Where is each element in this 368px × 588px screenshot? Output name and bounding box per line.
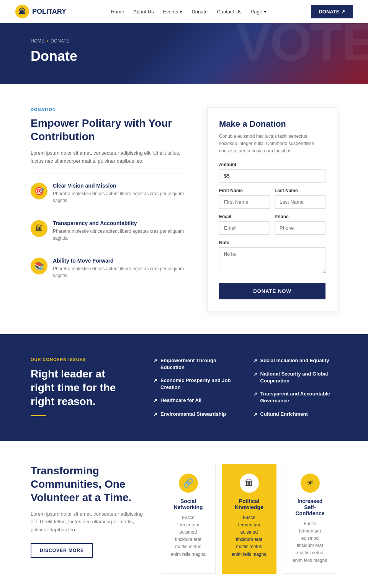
donation-description: Lorem ipsum dolor sit amet, consectetur … <box>31 149 184 165</box>
concerns-line <box>31 415 46 416</box>
first-name-group: First Name <box>219 188 270 209</box>
vol-card-political-desc: Fusce fermentum euismod tincidunt erat m… <box>231 514 267 558</box>
breadcrumb-current: DONATE <box>51 38 69 44</box>
feature-vision-text: Clear Vision and Mission Pharetra molest… <box>53 183 184 212</box>
vol-card-political: 🏛 Political Knowledge Fusce fermentum eu… <box>222 464 276 574</box>
concern-economy-text: Economic Prosperity and Job Creation <box>160 377 238 391</box>
chevron-down-icon-2: ▾ <box>264 9 267 15</box>
arrow-icon-8: ↗ <box>253 411 257 418</box>
email-label: Email <box>219 214 270 219</box>
feature-forward-desc: Pharetra molestie ultrices aptent libero… <box>53 265 184 279</box>
amount-select[interactable]: $5$10$25$50$100Custom <box>219 169 325 183</box>
last-name-group: Last Name <box>275 188 325 209</box>
concerns-left: OUR CONCERN ISSUES Right leader at right… <box>31 357 130 416</box>
concern-healthcare: ↗ Healthcare for All <box>153 397 238 404</box>
concern-education: ↗ Empowerment Through Education <box>153 357 238 371</box>
last-name-label: Last Name <box>275 188 325 193</box>
vol-card-political-title: Political Knowledge <box>231 498 267 510</box>
vol-card-social-title: Social Networking <box>170 498 206 510</box>
concern-healthcare-text: Healthcare for All <box>160 397 201 404</box>
concerns-tag: OUR CONCERN ISSUES <box>31 357 130 362</box>
email-input[interactable] <box>219 221 270 235</box>
nav-about[interactable]: About Us <box>133 9 154 15</box>
phone-input[interactable] <box>275 221 325 235</box>
concern-education-text: Empowerment Through Education <box>160 357 238 371</box>
hero-section: VOTE HOME › DONATE Donate <box>0 23 368 84</box>
note-textarea[interactable] <box>219 247 325 274</box>
concern-social-text: Social Inclusion and Equality <box>260 357 329 364</box>
vol-card-confidence-desc: Fusce fermentum euismod tincidunt erat m… <box>292 520 328 564</box>
nav-donate[interactable]: Donate <box>191 9 208 15</box>
concern-security-text: National Security and Global Cooperation <box>260 371 338 384</box>
volunteer-cards: 🔗 Social Networking Fusce fermentum euis… <box>161 464 337 574</box>
chevron-down-icon: ▾ <box>180 9 182 15</box>
email-group: Email <box>219 214 270 235</box>
donation-heading: Empower Politary with Your Contribution <box>31 116 184 143</box>
volunteer-left: Transforming Communities, One Volunteer … <box>31 464 146 558</box>
last-name-input[interactable] <box>275 195 325 209</box>
feature-forward: 📚 Ability to Move Forward Pharetra moles… <box>31 258 184 287</box>
transparency-icon: 🏛 <box>31 220 47 237</box>
discover-more-button[interactable]: DISCOVER MORE <box>31 543 93 558</box>
concerns-col-2: ↗ Social Inclusion and Equality ↗ Nation… <box>253 357 338 418</box>
amount-group: Amount $5$10$25$50$100Custom <box>219 162 325 183</box>
concern-environment: ↗ Environmental Stewardship <box>153 411 238 418</box>
concern-economy: ↗ Economic Prosperity and Job Creation <box>153 377 238 391</box>
feature-forward-title: Ability to Move Forward <box>53 258 184 264</box>
feature-vision-title: Clear Vision and Mission <box>53 183 184 189</box>
concern-social: ↗ Social Inclusion and Equality <box>253 357 338 364</box>
feature-transparency-desc: Pharetra molestie ultrices aptent libero… <box>53 228 184 242</box>
nav-page[interactable]: Page ▾ <box>251 9 267 15</box>
concern-governance: ↗ Transparent and Accountable Governance <box>253 390 338 404</box>
feature-transparency-title: Transparency and Accountability <box>53 220 184 226</box>
name-row: First Name Last Name <box>219 188 325 214</box>
donation-left: DONATION Empower Politary with Your Cont… <box>31 107 184 295</box>
nav-contact[interactable]: Contact Us <box>217 9 241 15</box>
donate-now-button[interactable]: DONATE NOW <box>219 283 325 299</box>
note-label: Note <box>219 240 325 245</box>
concern-governance-text: Transparent and Accountable Governance <box>260 390 338 404</box>
phone-group: Phone <box>275 214 325 235</box>
form-description: Conubia euismod hac luctus taciti senect… <box>219 133 325 155</box>
political-knowledge-icon: 🏛 <box>240 474 259 493</box>
volunteer-description: Lorem ipsum dolor sit amet, consectetur … <box>31 510 146 534</box>
logo-icon: 🏛 <box>15 5 29 18</box>
concern-culture-text: Cultural Enrichment <box>260 411 308 418</box>
first-name-input[interactable] <box>219 195 270 209</box>
concerns-heading: Right leader at right time for the right… <box>31 367 130 409</box>
note-group: Note <box>219 240 325 275</box>
volunteer-heading: Transforming Communities, One Volunteer … <box>31 464 146 504</box>
nav-events[interactable]: Events ▾ <box>163 9 183 15</box>
navbar: 🏛 POLITARY Home About Us Events ▾ Donate… <box>0 0 368 23</box>
concern-security: ↗ National Security and Global Cooperati… <box>253 371 338 384</box>
nav-links: Home About Us Events ▾ Donate Contact Us… <box>111 9 267 15</box>
arrow-icon-5: ↗ <box>253 358 257 364</box>
vol-card-confidence-title: Increased Self-Confidence <box>292 498 328 516</box>
vol-card-social-desc: Fusce fermentum euismod tincidunt erat m… <box>170 514 206 558</box>
concerns-col-1: ↗ Empowerment Through Education ↗ Econom… <box>153 357 238 418</box>
social-networking-icon: 🔗 <box>179 474 198 493</box>
feature-vision: 🎯 Clear Vision and Mission Pharetra mole… <box>31 183 184 212</box>
nav-donate-button[interactable]: DONATE ↗ <box>311 5 353 18</box>
nav-home[interactable]: Home <box>111 9 124 15</box>
arrow-icon-7: ↗ <box>253 391 257 398</box>
breadcrumb-home[interactable]: HOME <box>31 38 44 44</box>
confidence-icon: ☀ <box>301 474 320 493</box>
forward-icon: 📚 <box>31 258 47 274</box>
breadcrumb-sep: › <box>47 38 48 44</box>
arrow-icon-3: ↗ <box>153 397 157 404</box>
form-title: Make a Donation <box>219 119 325 129</box>
phone-label: Phone <box>275 214 325 219</box>
volunteer-section: Transforming Communities, One Volunteer … <box>0 441 368 588</box>
arrow-icon-4: ↗ <box>153 411 157 418</box>
arrow-icon: ↗ <box>153 358 157 364</box>
vol-card-social: 🔗 Social Networking Fusce fermentum euis… <box>161 464 216 574</box>
divider <box>31 173 184 173</box>
concerns-columns: ↗ Empowerment Through Education ↗ Econom… <box>153 357 337 418</box>
donation-tag: DONATION <box>31 107 184 112</box>
feature-transparency: 🏛 Transparency and Accountability Pharet… <box>31 220 184 249</box>
logo[interactable]: 🏛 POLITARY <box>15 5 66 18</box>
contact-row: Email Phone <box>219 214 325 240</box>
first-name-label: First Name <box>219 188 270 193</box>
feature-vision-desc: Pharetra molestie ultrices aptent libero… <box>53 190 184 204</box>
